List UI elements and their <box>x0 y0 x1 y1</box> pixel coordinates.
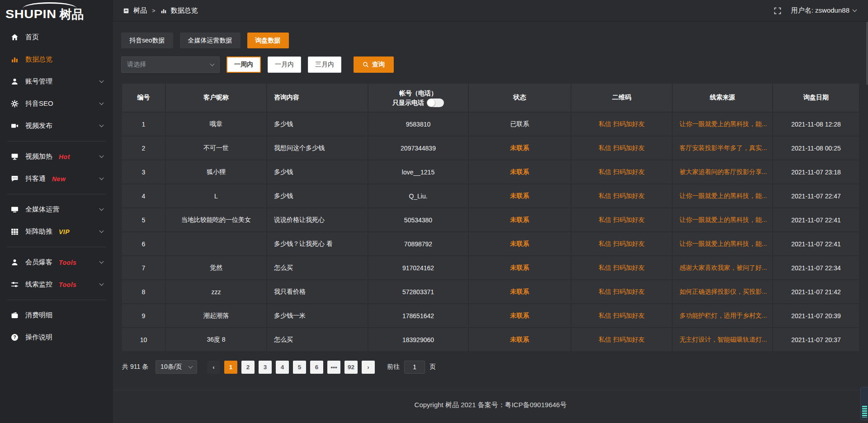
goto-page-input[interactable] <box>404 361 425 374</box>
sidebar-item-home[interactable]: 首页 <box>0 26 113 48</box>
qrcode-link[interactable]: 私信 扫码加好友 <box>599 144 645 151</box>
qrcode-link[interactable]: 私信 扫码加好友 <box>599 264 645 271</box>
sidebar-item-matrix-boost[interactable]: 矩阵助推 VIP <box>0 221 113 243</box>
cell-nickname: 哦章 <box>166 113 266 136</box>
status-text: 未联系 <box>510 144 529 151</box>
data-tabs: 抖音seo数据 全媒体运营数据 询盘数据 <box>121 33 860 48</box>
page-button-4[interactable]: 4 <box>276 361 289 374</box>
hot-badge: Hot <box>59 153 70 160</box>
range-quarter-button[interactable]: 三月内 <box>308 56 341 73</box>
sidebar-item-video-publish[interactable]: 视频发布 <box>0 115 113 137</box>
table-row: 6 多少钱？让我死心 看 70898792 未联系 私信 扫码加好友 让你一眼就… <box>122 232 859 255</box>
cell-nickname: 当地比较能吃的一位美女 <box>166 208 266 231</box>
page-size-select[interactable]: 10条/页 <box>156 360 197 374</box>
breadcrumb-root[interactable]: 树品 <box>133 6 147 15</box>
lead-source-link[interactable]: 如何正确选择投影仪，买投影... <box>679 288 767 295</box>
page-button-5[interactable]: 5 <box>293 361 306 374</box>
page-button-2[interactable]: 2 <box>241 361 255 374</box>
chevron-down-icon <box>99 207 104 211</box>
page-button-1[interactable]: 1 <box>224 361 237 374</box>
search-button-label: 查询 <box>372 61 385 69</box>
lead-source-link[interactable]: 被大家追着问的客厅投影分享... <box>679 168 767 175</box>
table-header-row: 编号 客户昵称 咨询内容 帐号（电话） 只显示电话 状态 二维码 线索来源 <box>122 84 859 112</box>
cell-id: 9 <box>122 304 165 327</box>
lead-source-link[interactable]: 让你一眼就爱上的黑科技，能... <box>679 192 767 199</box>
lead-source-link[interactable]: 无主灯设计，智能磁吸轨道灯... <box>679 336 767 343</box>
sidebar-item-help[interactable]: ? 操作说明 <box>0 326 113 348</box>
sidebar-item-label: 抖音SEO <box>25 99 53 108</box>
table-body: 1 哦章 多少钱 9583810 已联系 私信 扫码加好友 让你一眼就爱上的黑科… <box>122 113 859 351</box>
cell-id: 3 <box>122 160 165 183</box>
tab-inquiry-data[interactable]: 询盘数据 <box>247 33 289 48</box>
lead-source-link[interactable]: 让你一眼就爱上的黑科技，能... <box>679 216 767 223</box>
page-button-3[interactable]: 3 <box>259 361 272 374</box>
qrcode-link[interactable]: 私信 扫码加好友 <box>599 288 645 295</box>
qrcode-link[interactable]: 私信 扫码加好友 <box>599 240 645 247</box>
lead-source-link[interactable]: 感谢大家喜欢我家，被问了好... <box>679 264 767 271</box>
lead-source-link[interactable]: 客厅安装投影半年多了，真实... <box>679 144 767 151</box>
chevron-down-icon <box>99 123 104 127</box>
lead-source-link[interactable]: 让你一眼就爱上的黑科技，能... <box>679 120 767 127</box>
cell-id: 8 <box>122 280 165 303</box>
lead-source-link[interactable]: 多功能护栏灯，适用于乡村文... <box>679 312 767 319</box>
sidebar-item-label: 首页 <box>25 33 39 42</box>
search-button[interactable]: 查询 <box>354 56 394 73</box>
customer-service-widget[interactable] <box>860 387 868 420</box>
qrcode-link[interactable]: 私信 扫码加好友 <box>599 336 645 343</box>
phone-only-toggle[interactable] <box>427 99 444 107</box>
col-qrcode: 二维码 <box>571 84 672 112</box>
page-button-92[interactable]: 92 <box>344 361 358 374</box>
col-nickname: 客户昵称 <box>166 84 266 112</box>
tab-douyin-seo-data[interactable]: 抖音seo数据 <box>121 33 173 48</box>
table-row: 9 潮起潮落 多少钱一米 178651642 未联系 私信 扫码加好友 多功能护… <box>122 304 859 327</box>
grid-icon <box>11 228 19 235</box>
sidebar-item-douyin-seo[interactable]: 抖音SEO <box>0 93 113 115</box>
sidebar-divider <box>7 300 106 300</box>
pagination: 共 911 条 10条/页 ‹ 1 2 3 4 5 6 ••• 92 › 前往 … <box>122 360 860 374</box>
sidebar-item-data-overview[interactable]: 数据总览 <box>0 48 113 70</box>
page-size-value: 10条/页 <box>160 363 182 371</box>
qrcode-link[interactable]: 私信 扫码加好友 <box>599 120 645 127</box>
goto-label: 前往 <box>387 363 400 371</box>
cell-nickname: 狐小狸 <box>166 160 266 183</box>
user-area: 用户名: zswodun88 <box>774 6 856 15</box>
range-month-button[interactable]: 一月内 <box>268 56 301 73</box>
range-week-button[interactable]: 一周内 <box>226 56 261 73</box>
page-ellipsis-button[interactable]: ••• <box>327 361 340 374</box>
sidebar-item-account-mgmt[interactable]: 账号管理 <box>0 70 113 93</box>
next-page-button[interactable]: › <box>362 361 375 374</box>
qrcode-link[interactable]: 私信 扫码加好友 <box>599 192 645 199</box>
sidebar-item-doukertong[interactable]: 抖客通 New <box>0 168 113 190</box>
fullscreen-icon[interactable] <box>774 7 781 14</box>
qrcode-link[interactable]: 私信 扫码加好友 <box>599 168 645 175</box>
filter-select[interactable]: 请选择 <box>121 56 220 73</box>
sidebar-item-label: 全媒体运营 <box>25 205 59 214</box>
cell-account: 9583810 <box>368 113 468 136</box>
sidebar-item-label: 账号管理 <box>25 77 52 86</box>
tab-omnimedia-data[interactable]: 全媒体运营数据 <box>180 33 241 48</box>
screen-icon <box>11 206 19 213</box>
lead-source-link[interactable]: 让你一眼就爱上的黑科技，能... <box>679 240 767 247</box>
prev-page-button[interactable]: ‹ <box>207 361 220 374</box>
scrollbar-thumb[interactable] <box>866 22 868 85</box>
filter-bar: 请选择 一周内 一月内 三月内 查询 <box>121 56 860 73</box>
sidebar-item-member-burst[interactable]: 会员爆客 Tools <box>0 251 113 273</box>
user-menu[interactable]: 用户名: zswodun88 <box>791 6 856 15</box>
breadcrumb-separator: > <box>151 7 156 14</box>
sidebar-item-label: 数据总览 <box>25 55 52 64</box>
user-icon <box>11 78 19 85</box>
sidebar-item-video-heating[interactable]: 视频加热 Hot <box>0 146 113 168</box>
qrcode-link[interactable]: 私信 扫码加好友 <box>599 216 645 223</box>
qrcode-link[interactable]: 私信 扫码加好友 <box>599 312 645 319</box>
cell-lead-source: 让你一眼就爱上的黑科技，能... <box>673 184 772 207</box>
cell-account: 183929060 <box>368 328 468 351</box>
main-area: 树品 > 数据总览 用户名: zswodun88 抖音seo数据 全媒体运营数据… <box>113 0 868 423</box>
page-button-6[interactable]: 6 <box>310 361 323 374</box>
col-id: 编号 <box>122 84 165 112</box>
col-account-title: 帐号（电话） <box>373 88 463 99</box>
sidebar-item-omnimedia-ops[interactable]: 全媒体运营 <box>0 198 113 221</box>
sidebar-item-spend-detail[interactable]: 消费明细 <box>0 304 113 326</box>
sidebar-item-lead-monitor[interactable]: 线索监控 Tools <box>0 273 113 296</box>
cell-qrcode: 私信 扫码加好友 <box>571 280 672 303</box>
breadcrumb-current: 数据总览 <box>171 6 198 15</box>
